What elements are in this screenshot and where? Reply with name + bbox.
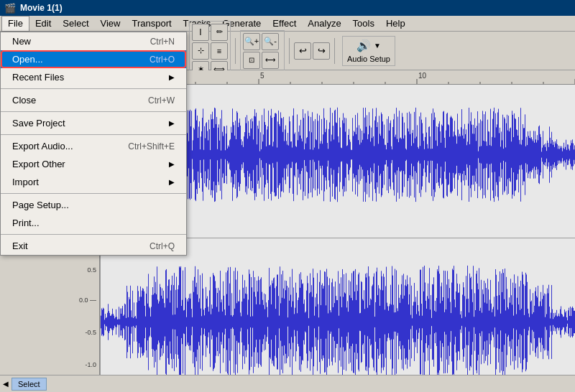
- menu-bar: File Edit Select View Transport Tracks G…: [0, 16, 575, 32]
- menu-save-project[interactable]: Save Project ▶: [1, 114, 186, 132]
- zoom-in-button[interactable]: 🔍+: [243, 33, 260, 50]
- menu-export-audio[interactable]: Export Audio... Ctrl+Shift+E: [1, 137, 186, 155]
- window-title: Movie 1(1): [20, 3, 63, 13]
- menu-view[interactable]: View: [95, 16, 126, 32]
- menu-print[interactable]: Print...: [1, 214, 186, 232]
- import-label: Import: [12, 177, 39, 187]
- select-mode-button[interactable]: Select: [12, 378, 47, 391]
- title-bar: 🎬 Movie 1(1): [0, 0, 575, 16]
- export-other-arrow: ▶: [169, 160, 175, 168]
- import-arrow: ▶: [169, 178, 175, 186]
- scroll-left-icon[interactable]: ◀: [3, 380, 9, 388]
- draw-tool[interactable]: ✏: [211, 24, 228, 41]
- separator-2: [235, 38, 236, 64]
- audio-setup-section: 🔊 ▼ Audio Setup: [342, 36, 395, 66]
- undo-button[interactable]: ↩: [294, 42, 311, 60]
- menu-page-setup[interactable]: Page Setup...: [1, 196, 186, 214]
- file-dropdown-menu: New Ctrl+N Open... Ctrl+O Recent Files ▶…: [0, 32, 187, 256]
- separator-after-recent: [1, 88, 186, 89]
- selection-tool[interactable]: I: [192, 24, 209, 41]
- recent-files-arrow: ▶: [169, 73, 175, 81]
- export-other-label: Export Other: [12, 159, 65, 169]
- yaxis-0.0: 0.0 —: [79, 297, 96, 304]
- open-label: Open...: [12, 54, 43, 65]
- status-bar: ◀ Select: [0, 375, 575, 392]
- page-setup-label: Page Setup...: [12, 200, 69, 210]
- speaker-row: 🔊 ▼: [356, 39, 381, 52]
- menu-help[interactable]: Help: [380, 16, 411, 32]
- zoom-full-button[interactable]: ⟷: [262, 52, 279, 69]
- zoom-out-button[interactable]: 🔍-: [262, 33, 279, 50]
- menu-transport[interactable]: Transport: [126, 16, 177, 32]
- export-audio-shortcut: Ctrl+Shift+E: [128, 141, 175, 151]
- track2-waveform[interactable]: [101, 238, 575, 392]
- yaxis-neg0.5: -0.5: [85, 329, 96, 336]
- separator-after-print: [1, 234, 186, 235]
- audio-setup-label[interactable]: Audio Setup: [347, 55, 390, 63]
- menu-close[interactable]: Close Ctrl+W: [1, 91, 186, 109]
- new-shortcut: Ctrl+N: [150, 37, 175, 47]
- menu-open[interactable]: Open... Ctrl+O: [1, 50, 186, 68]
- zoom-fit-button[interactable]: ⊡: [243, 52, 260, 69]
- menu-analyze[interactable]: Analyze: [302, 16, 346, 32]
- menu-edit[interactable]: Edit: [29, 16, 57, 32]
- open-shortcut: Ctrl+O: [150, 55, 175, 65]
- recent-files-label: Recent Files: [12, 72, 64, 83]
- menu-select[interactable]: Select: [57, 16, 94, 32]
- save-project-arrow: ▶: [169, 119, 175, 127]
- menu-new[interactable]: New Ctrl+N: [1, 32, 186, 50]
- menu-exit[interactable]: Exit Ctrl+Q: [1, 237, 186, 255]
- separator-after-close: [1, 111, 186, 112]
- separator-3: [289, 38, 290, 64]
- yaxis-neg1.0: -1.0: [85, 361, 96, 368]
- menu-export-other[interactable]: Export Other ▶: [1, 155, 186, 173]
- save-project-label: Save Project: [12, 118, 65, 129]
- menu-recent-files[interactable]: Recent Files ▶: [1, 68, 186, 86]
- undo-redo-section: ↩ ↪: [294, 42, 330, 60]
- waveform2-canvas: [101, 238, 575, 392]
- envelope-tool[interactable]: ⊹: [192, 42, 209, 60]
- separator-after-import: [1, 193, 186, 194]
- redo-button[interactable]: ↪: [313, 42, 330, 60]
- print-label: Print...: [12, 218, 40, 228]
- new-label: New: [12, 36, 31, 47]
- zoom-tool[interactable]: ≡: [211, 42, 228, 60]
- export-audio-label: Export Audio...: [12, 141, 73, 151]
- exit-shortcut: Ctrl+Q: [150, 241, 175, 251]
- title-icon: 🎬: [4, 3, 16, 14]
- speaker-icon: 🔊: [356, 39, 371, 52]
- separator-after-save: [1, 134, 186, 135]
- zoom-section: 🔍+ 🔍- ⊡ ⟷: [240, 30, 285, 72]
- menu-effect[interactable]: Effect: [267, 16, 302, 32]
- yaxis-0.5: 0.5: [87, 266, 96, 274]
- menu-file[interactable]: File: [1, 16, 29, 32]
- separator-4: [334, 38, 335, 64]
- exit-label: Exit: [12, 241, 28, 251]
- close-shortcut: Ctrl+W: [148, 95, 175, 106]
- menu-tools[interactable]: Tools: [347, 16, 380, 32]
- close-label: Close: [12, 95, 36, 106]
- menu-import[interactable]: Import ▶: [1, 173, 186, 191]
- speaker-down-arrow: ▼: [374, 42, 381, 50]
